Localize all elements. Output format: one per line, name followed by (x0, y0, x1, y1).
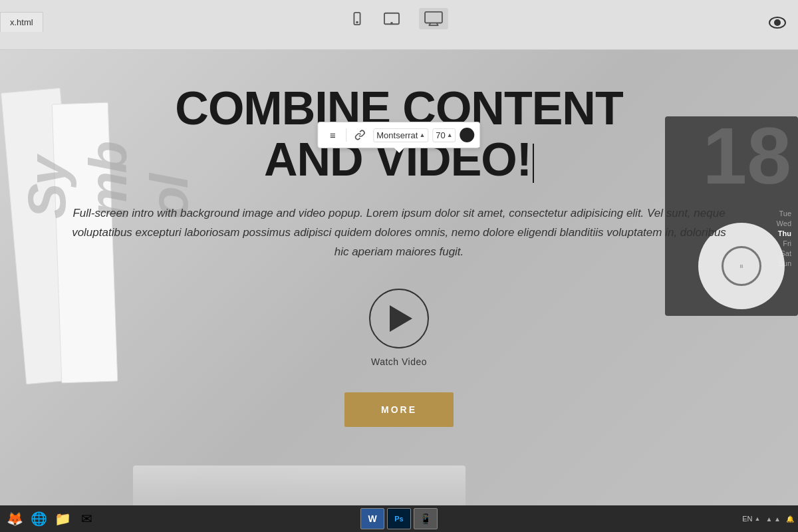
svg-point-9 (775, 20, 780, 25)
taskbar-filezilla[interactable]: 📁 (52, 508, 73, 529)
taskbar-right: EN ▲ ▲ ▲ 🔔 (742, 515, 794, 523)
link-icon (354, 130, 365, 140)
play-button[interactable] (369, 289, 429, 348)
taskbar-language[interactable]: EN ▲ (742, 515, 760, 523)
text-cursor (533, 144, 534, 184)
font-selector[interactable]: Montserrat ▲ (373, 128, 428, 142)
taskbar-email[interactable]: ✉ (76, 508, 97, 529)
hero-subtitle: Full-screen intro with background image … (66, 204, 732, 262)
font-name: Montserrat (376, 130, 418, 140)
desktop-icon[interactable] (419, 8, 448, 29)
floating-toolbar: ≡ Montserrat ▲ 70 ▲ (317, 122, 480, 148)
taskbar-mobile[interactable]: 📱 (414, 508, 438, 529)
taskbar-word[interactable]: W (360, 508, 384, 529)
svg-point-1 (356, 22, 358, 23)
align-button[interactable]: ≡ (323, 126, 342, 144)
play-section: Watch Video (27, 289, 771, 367)
device-icons (350, 8, 448, 29)
main-content: Symbol 18 Tue Wed Thu Fri Sat Sun II ≡ (0, 50, 798, 532)
size-dropdown-arrow: ▲ (447, 132, 453, 138)
eye-icon[interactable] (769, 16, 786, 33)
taskbar-browser[interactable]: 🌐 (28, 508, 49, 529)
taskbar-firefox[interactable]: 🦊 (4, 508, 25, 529)
align-icon: ≡ (330, 130, 336, 141)
watch-video-label: Watch Video (371, 356, 427, 367)
tab-label: x.html (10, 17, 33, 27)
mobile-icon[interactable] (350, 11, 364, 26)
taskbar-arrows: ▲ ▲ (765, 515, 781, 523)
more-button[interactable]: MORE (344, 392, 454, 427)
more-button-wrapper: MORE (27, 387, 771, 427)
svg-point-3 (391, 23, 392, 24)
laptop-screen (133, 466, 466, 505)
taskbar-mid-apps: W Ps 📱 (360, 508, 438, 529)
font-size-value: 70 (436, 130, 445, 140)
tablet-icon[interactable] (383, 11, 400, 26)
font-size-selector[interactable]: 70 ▲ (432, 128, 456, 142)
browser-tab[interactable]: x.html (0, 12, 43, 32)
taskbar-notify: 🔔 (786, 515, 794, 523)
taskbar-photoshop[interactable]: Ps (387, 508, 411, 529)
toolbar-caret (394, 148, 404, 153)
color-picker[interactable] (460, 128, 475, 142)
font-dropdown-arrow: ▲ (419, 132, 425, 138)
svg-rect-4 (425, 12, 442, 23)
browser-chrome: x.html (0, 0, 798, 50)
taskbar: 🦊 🌐 📁 ✉ W Ps 📱 EN ▲ ▲ ▲ 🔔 (0, 505, 798, 532)
toolbar-divider-1 (346, 128, 346, 142)
link-button[interactable] (350, 126, 369, 144)
play-triangle-icon (390, 305, 412, 332)
